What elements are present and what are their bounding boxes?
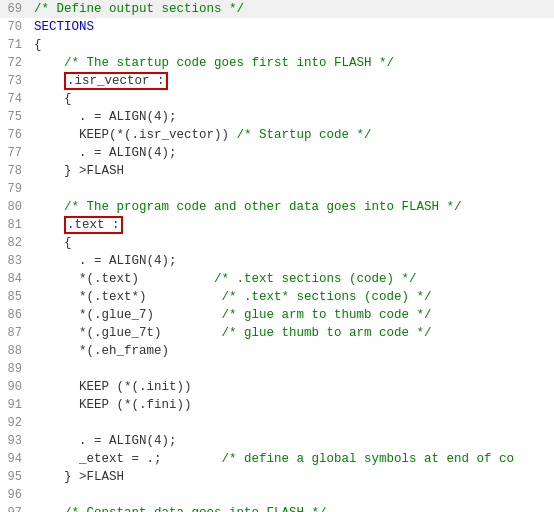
code-line: 78 } >FLASH xyxy=(0,162,554,180)
code-line: 81 .text : xyxy=(0,216,554,234)
line-number: 72 xyxy=(0,54,30,72)
line-number: 71 xyxy=(0,36,30,54)
line-content: *(.text) /* .text sections (code) */ xyxy=(30,270,554,288)
line-number: 70 xyxy=(0,18,30,36)
code-line: 86 *(.glue_7) /* glue arm to thumb code … xyxy=(0,306,554,324)
line-content: .text : xyxy=(30,216,554,234)
code-line: 73 .isr_vector : xyxy=(0,72,554,90)
code-line: 71{ xyxy=(0,36,554,54)
line-number: 96 xyxy=(0,486,30,504)
line-number: 94 xyxy=(0,450,30,468)
line-content: { xyxy=(30,90,554,108)
line-number: 80 xyxy=(0,198,30,216)
line-content: /* Constant data goes into FLASH */ xyxy=(30,504,554,512)
text-highlight: .text : xyxy=(64,216,123,234)
code-line: 93 . = ALIGN(4); xyxy=(0,432,554,450)
line-number: 87 xyxy=(0,324,30,342)
code-line: 94 _etext = .; /* define a global symbol… xyxy=(0,450,554,468)
code-line: 82 { xyxy=(0,234,554,252)
line-number: 92 xyxy=(0,414,30,432)
code-editor: 69/* Define output sections */70SECTIONS… xyxy=(0,0,554,512)
line-content: SECTIONS xyxy=(30,18,554,36)
line-number: 90 xyxy=(0,378,30,396)
code-line: 87 *(.glue_7t) /* glue thumb to arm code… xyxy=(0,324,554,342)
line-content: *(.glue_7t) /* glue thumb to arm code */ xyxy=(30,324,554,342)
line-number: 76 xyxy=(0,126,30,144)
code-line: 70SECTIONS xyxy=(0,18,554,36)
line-content: KEEP (*(.init)) xyxy=(30,378,554,396)
code-line: 91 KEEP (*(.fini)) xyxy=(0,396,554,414)
line-number: 79 xyxy=(0,180,30,198)
line-content: } >FLASH xyxy=(30,468,554,486)
line-content: . = ALIGN(4); xyxy=(30,252,554,270)
code-line: 79 xyxy=(0,180,554,198)
line-content: KEEP(*(.isr_vector)) /* Startup code */ xyxy=(30,126,554,144)
code-line: 77 . = ALIGN(4); xyxy=(0,144,554,162)
line-number: 81 xyxy=(0,216,30,234)
line-number: 78 xyxy=(0,162,30,180)
code-line: 89 xyxy=(0,360,554,378)
code-line: 96 xyxy=(0,486,554,504)
line-number: 91 xyxy=(0,396,30,414)
line-content: *(.glue_7) /* glue arm to thumb code */ xyxy=(30,306,554,324)
line-number: 75 xyxy=(0,108,30,126)
code-line: 80 /* The program code and other data go… xyxy=(0,198,554,216)
line-number: 74 xyxy=(0,90,30,108)
code-line: 90 KEEP (*(.init)) xyxy=(0,378,554,396)
code-line: 74 { xyxy=(0,90,554,108)
code-line: 83 . = ALIGN(4); xyxy=(0,252,554,270)
line-content: } >FLASH xyxy=(30,162,554,180)
code-line: 88 *(.eh_frame) xyxy=(0,342,554,360)
code-line: 95 } >FLASH xyxy=(0,468,554,486)
code-line: 84 *(.text) /* .text sections (code) */ xyxy=(0,270,554,288)
code-line: 97 /* Constant data goes into FLASH */ xyxy=(0,504,554,512)
line-content: .isr_vector : xyxy=(30,72,554,90)
line-number: 83 xyxy=(0,252,30,270)
code-line: 92 xyxy=(0,414,554,432)
line-content: . = ALIGN(4); xyxy=(30,144,554,162)
line-number: 97 xyxy=(0,504,30,512)
line-number: 73 xyxy=(0,72,30,90)
line-content: _etext = .; /* define a global symbols a… xyxy=(30,450,554,468)
isr-vector-highlight: .isr_vector : xyxy=(64,72,168,90)
line-content: { xyxy=(30,234,554,252)
line-content: . = ALIGN(4); xyxy=(30,432,554,450)
line-number: 85 xyxy=(0,288,30,306)
line-number: 69 xyxy=(0,0,30,18)
line-content: /* The program code and other data goes … xyxy=(30,198,554,216)
line-number: 95 xyxy=(0,468,30,486)
code-line: 75 . = ALIGN(4); xyxy=(0,108,554,126)
line-number: 93 xyxy=(0,432,30,450)
line-number: 86 xyxy=(0,306,30,324)
line-content: /* The startup code goes first into FLAS… xyxy=(30,54,554,72)
line-content: { xyxy=(30,36,554,54)
line-content: *(.eh_frame) xyxy=(30,342,554,360)
code-line: 69/* Define output sections */ xyxy=(0,0,554,18)
line-number: 84 xyxy=(0,270,30,288)
line-number: 82 xyxy=(0,234,30,252)
line-content: . = ALIGN(4); xyxy=(30,108,554,126)
line-content: /* Define output sections */ xyxy=(30,0,554,18)
line-number: 89 xyxy=(0,360,30,378)
line-number: 77 xyxy=(0,144,30,162)
code-line: 72 /* The startup code goes first into F… xyxy=(0,54,554,72)
line-number: 88 xyxy=(0,342,30,360)
code-line: 85 *(.text*) /* .text* sections (code) *… xyxy=(0,288,554,306)
code-line: 76 KEEP(*(.isr_vector)) /* Startup code … xyxy=(0,126,554,144)
line-content: KEEP (*(.fini)) xyxy=(30,396,554,414)
line-content: *(.text*) /* .text* sections (code) */ xyxy=(30,288,554,306)
